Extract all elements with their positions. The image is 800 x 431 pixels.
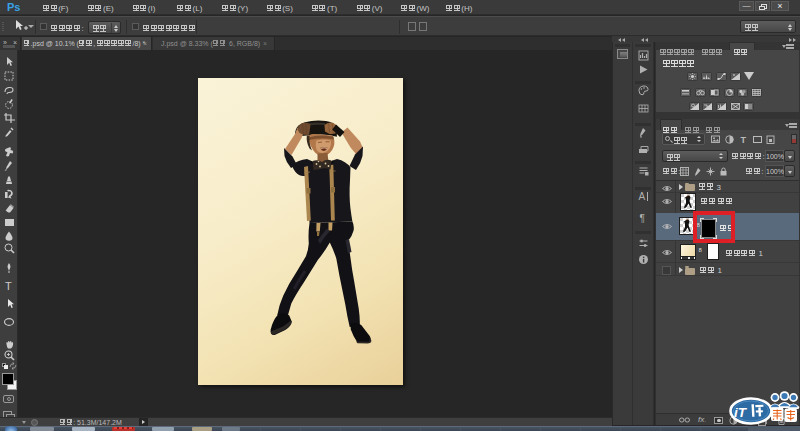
svg-text:T: T	[740, 135, 746, 144]
svg-text:T: T	[5, 280, 12, 292]
svg-text:A: A	[639, 191, 646, 202]
svg-text:iT: iT	[734, 405, 748, 420]
svg-text:¶: ¶	[640, 213, 645, 224]
